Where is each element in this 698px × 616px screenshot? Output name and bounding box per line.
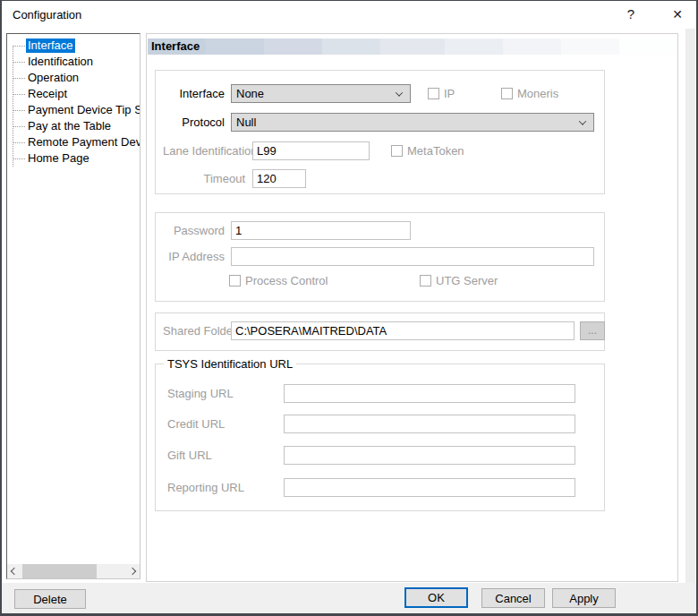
tree-item-identification[interactable]: Identification — [7, 54, 140, 70]
tsys-group-title: TSYS Identification URL — [164, 357, 296, 371]
staging-url-field[interactable] — [284, 384, 575, 403]
protocol-dropdown-value: Null — [236, 116, 256, 129]
ip-address-field[interactable] — [231, 247, 594, 266]
scroll-left-arrow-icon[interactable] — [7, 564, 21, 578]
tree-item-pay-at-the-table[interactable]: Pay at the Table — [7, 118, 140, 134]
tree-item-label: Remote Payment Devi — [26, 135, 140, 150]
interface-group-box: Interface None IP Moneris Protocol Null … — [155, 70, 605, 194]
scroll-right-arrow-icon[interactable] — [125, 564, 140, 578]
password-field[interactable] — [231, 221, 411, 240]
moneris-checkbox-label: Moneris — [517, 87, 558, 101]
reporting-url-field[interactable] — [284, 478, 575, 497]
lane-identification-field[interactable] — [252, 141, 370, 160]
settings-tree: Interface Identification Operation Recei… — [7, 38, 140, 167]
credit-url-field[interactable] — [284, 415, 575, 433]
tree-item-label: Operation — [26, 71, 81, 85]
shared-folder-field[interactable] — [231, 321, 575, 340]
reporting-url-label: Reporting URL — [167, 479, 275, 497]
tree-item-label: Interface — [26, 38, 75, 53]
ok-button[interactable]: OK — [404, 587, 468, 608]
title-bar[interactable]: Configuration ? ✕ — [0, 0, 698, 29]
tree-horizontal-scrollbar[interactable] — [7, 564, 140, 578]
process-control-checkbox-label: Process Control — [245, 274, 328, 288]
page-title: Interface — [148, 38, 677, 55]
chevron-down-icon — [579, 117, 586, 124]
interface-dropdown[interactable]: None — [231, 84, 411, 103]
shared-folder-group-box: Shared Folder ... — [155, 312, 605, 351]
tree-item-operation[interactable]: Operation — [7, 70, 140, 86]
tree-item-label: Identification — [26, 55, 95, 69]
moneris-checkbox[interactable] — [501, 88, 513, 99]
lane-identification-label: Lane Identification — [163, 142, 245, 160]
credit-url-label: Credit URL — [167, 415, 275, 433]
settings-tree-panel: Interface Identification Operation Recei… — [6, 33, 140, 579]
chevron-down-icon — [396, 89, 403, 96]
scrollbar-thumb[interactable] — [22, 564, 97, 578]
browse-button[interactable]: ... — [580, 321, 605, 340]
timeout-field[interactable] — [252, 169, 306, 188]
apply-button[interactable]: Apply — [552, 588, 616, 608]
help-icon: ? — [627, 6, 634, 21]
staging-url-label: Staging URL — [167, 385, 275, 403]
vertical-scroll-track[interactable] — [685, 29, 695, 583]
protocol-dropdown[interactable]: Null — [231, 113, 594, 132]
tree-item-payment-device-tip[interactable]: Payment Device Tip Su — [7, 102, 140, 118]
utg-server-checkbox-label: UTG Server — [436, 274, 498, 288]
utg-server-checkbox[interactable] — [420, 275, 431, 287]
window-title: Configuration — [13, 8, 81, 21]
tree-item-label: Receipt — [26, 87, 69, 101]
ip-checkbox[interactable] — [428, 88, 439, 99]
timeout-label: Timeout — [163, 170, 245, 188]
tree-item-label: Pay at the Table — [26, 119, 113, 133]
tree-item-label: Home Page — [26, 151, 91, 166]
tree-item-label: Payment Device Tip Su — [26, 103, 140, 117]
tsys-group-box: TSYS Identification URL Staging URL Cred… — [155, 364, 605, 511]
shared-folder-label: Shared Folder — [163, 322, 225, 340]
configuration-dialog: Configuration ? ✕ Interface Identificati… — [0, 0, 698, 616]
ip-checkbox-label: IP — [444, 87, 455, 101]
protocol-label: Protocol — [163, 114, 225, 132]
password-label: Password — [163, 222, 225, 240]
tree-item-remote-payment-device[interactable]: Remote Payment Devi — [7, 134, 140, 150]
close-icon: ✕ — [672, 7, 683, 21]
connection-group-box: Password IP Address Process Control UTG … — [155, 212, 605, 302]
cancel-button[interactable]: Cancel — [481, 588, 545, 608]
metatoken-checkbox-label: MetaToken — [407, 144, 464, 158]
tree-item-receipt[interactable]: Receipt — [7, 86, 140, 102]
help-button[interactable]: ? — [617, 0, 645, 28]
interface-dropdown-value: None — [236, 87, 264, 100]
interface-label: Interface — [163, 85, 225, 103]
gift-url-label: Gift URL — [167, 447, 275, 465]
process-control-checkbox[interactable] — [229, 275, 241, 287]
close-button[interactable]: ✕ — [663, 0, 692, 28]
tree-item-interface[interactable]: Interface — [7, 38, 140, 54]
metatoken-checkbox[interactable] — [391, 145, 403, 157]
ip-address-label: IP Address — [163, 248, 225, 266]
gift-url-field[interactable] — [284, 446, 575, 465]
tree-item-home-page[interactable]: Home Page — [7, 150, 140, 167]
delete-button[interactable]: Delete — [14, 589, 86, 609]
